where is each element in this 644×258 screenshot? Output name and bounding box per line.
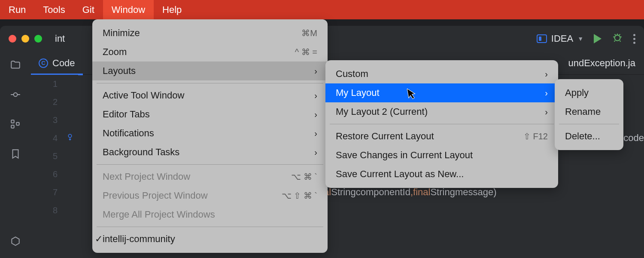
menu-item: Previous Project Window⌥ ⇧ ⌘ `	[92, 186, 328, 205]
chevron-right-icon: ›	[314, 129, 317, 138]
menu-item-label: Merge All Project Windows	[103, 209, 215, 220]
menu-separator	[97, 227, 323, 227]
svg-point-5	[68, 134, 72, 138]
line-number: 2	[31, 93, 78, 111]
menu-item-label: Active Tool Window	[103, 90, 184, 101]
more-button[interactable]	[633, 34, 635, 44]
structure-icon[interactable]	[10, 119, 21, 133]
menu-item-label: intellij-community	[103, 233, 175, 245]
line-number: 7	[31, 183, 78, 201]
menubar: Run Tools Git Window Help	[0, 0, 644, 19]
traffic-lights	[9, 35, 42, 43]
menu-item[interactable]: Apply	[555, 83, 623, 102]
menu-item[interactable]: Layouts›	[92, 61, 328, 80]
menu-shortcut: ⇧ F12	[523, 131, 548, 141]
class-icon: C	[39, 58, 48, 68]
chevron-right-icon: ›	[545, 107, 548, 117]
menu-tools[interactable]: Tools	[34, 0, 73, 19]
menu-item[interactable]: ✓intellij-community	[92, 230, 328, 249]
chevron-right-icon: ›	[314, 91, 317, 101]
menu-item[interactable]: Minimize⌘M	[92, 24, 328, 43]
layouts-submenu: Custom›My Layout›My Layout 2 (Current)›R…	[325, 60, 558, 188]
menu-item[interactable]: Notifications›	[92, 124, 328, 143]
menu-item[interactable]: Editor Tabs›	[92, 105, 328, 124]
window-title: int	[55, 33, 65, 44]
menu-item-label: Next Project Window	[103, 171, 190, 182]
minimize-icon[interactable]	[21, 35, 29, 43]
menu-item-label: My Layout	[336, 87, 380, 98]
bookmark-icon[interactable]	[10, 148, 21, 163]
menu-item[interactable]: Restore Current Layout⇧ F12	[325, 127, 558, 146]
menu-item-label: Minimize	[103, 28, 140, 39]
config-icon	[537, 34, 547, 43]
menu-item-label: Rename	[565, 106, 601, 117]
menu-help[interactable]: Help	[154, 0, 190, 19]
menu-item-label: Save Changes in Current Layout	[336, 150, 473, 161]
folder-icon[interactable]	[10, 59, 21, 74]
menu-shortcut: ⌘M	[301, 28, 317, 38]
close-icon[interactable]	[9, 35, 16, 43]
run-config-selector[interactable]: IDEA ▼	[537, 33, 583, 44]
tab-label: Code	[52, 58, 75, 69]
svg-point-0	[615, 35, 620, 40]
commit-icon[interactable]	[10, 89, 21, 103]
line-number: 6	[31, 165, 78, 183]
maximize-icon[interactable]	[34, 35, 42, 43]
menu-item-label: Restore Current Layout	[336, 131, 434, 142]
chevron-right-icon: ›	[545, 88, 548, 98]
line-number: 5	[31, 147, 78, 165]
menu-shortcut: ^ ⌘ =	[295, 47, 317, 57]
menu-item[interactable]: Rename	[555, 102, 623, 121]
tab-code[interactable]: C Code	[31, 52, 83, 75]
menu-shortcut: ⌥ ⌘ `	[291, 172, 317, 182]
gutter-target-icon[interactable]	[66, 133, 74, 143]
chevron-right-icon: ›	[314, 110, 317, 120]
chevron-down-icon: ▼	[577, 35, 583, 42]
menu-shortcut: ⌥ ⇧ ⌘ `	[282, 190, 317, 201]
line-number: 4	[31, 129, 78, 147]
window-menu-dropdown: Minimize⌘MZoom^ ⌘ =Layouts›Active Tool W…	[92, 19, 328, 253]
menu-run[interactable]: Run	[0, 0, 34, 19]
menu-separator	[559, 124, 619, 124]
menu-separator	[97, 164, 323, 165]
chevron-right-icon: ›	[545, 69, 548, 79]
menu-item-label: Save Current Layout as New...	[336, 169, 464, 180]
svg-point-1	[14, 93, 18, 97]
line-number: 1	[31, 75, 78, 93]
menu-item[interactable]: Active Tool Window›	[92, 86, 328, 105]
gutter: 12345678	[31, 75, 78, 258]
left-sidebar	[0, 52, 31, 258]
menu-item[interactable]: Save Changes in Current Layout	[325, 146, 558, 165]
menu-item-label: Custom	[336, 68, 368, 80]
menu-git[interactable]: Git	[74, 0, 103, 19]
line-number: 3	[31, 111, 78, 129]
menu-item-label: My Layout 2 (Current)	[336, 106, 428, 117]
menu-item-label: Previous Project Window	[103, 190, 208, 201]
menu-item[interactable]: Zoom^ ⌘ =	[92, 43, 328, 61]
menu-window[interactable]: Window	[103, 0, 154, 19]
menu-item-label: Apply	[565, 87, 589, 98]
menu-item[interactable]: Delete...	[555, 127, 623, 146]
menu-item-label: Background Tasks	[103, 147, 179, 158]
menu-item-label: Delete...	[565, 131, 600, 142]
svg-rect-4	[16, 123, 19, 126]
menu-item[interactable]: My Layout›	[325, 83, 558, 102]
line-number: 8	[31, 201, 78, 219]
menu-item[interactable]: Custom›	[325, 64, 558, 83]
svg-rect-3	[11, 125, 14, 128]
menu-separator	[330, 124, 554, 124]
menu-separator	[97, 83, 323, 83]
menu-item-label: Notifications	[103, 128, 154, 139]
menu-item[interactable]: Background Tasks›	[92, 143, 328, 162]
menu-item[interactable]: Save Current Layout as New...	[325, 165, 558, 184]
menu-item[interactable]: My Layout 2 (Current)›	[325, 102, 558, 121]
toolbar-right: IDEA ▼	[537, 32, 635, 46]
debug-button[interactable]	[612, 32, 623, 46]
build-icon[interactable]	[10, 236, 21, 250]
menu-item-label: Editor Tabs	[103, 109, 150, 120]
menu-item: Merge All Project Windows	[92, 205, 328, 224]
check-icon: ✓	[95, 233, 103, 245]
run-button[interactable]	[594, 34, 601, 43]
chevron-right-icon: ›	[314, 147, 317, 157]
tab-fragment-right[interactable]: undException.ja	[568, 58, 644, 69]
